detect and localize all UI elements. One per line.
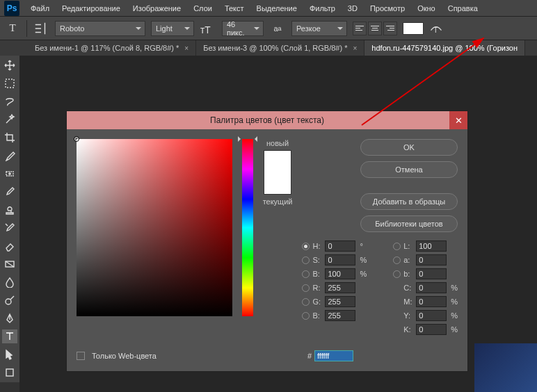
heal-tool-icon[interactable] xyxy=(2,167,17,181)
document-tab[interactable]: hdfon.ru-447579140.jpg @ 100% (Горизон xyxy=(364,40,525,56)
current-color-label: текущий xyxy=(263,197,293,206)
input-b2[interactable] xyxy=(416,268,447,279)
font-size-icon: тТ xyxy=(200,20,216,37)
path-select-tool-icon[interactable] xyxy=(2,348,17,361)
radio-h[interactable] xyxy=(302,243,310,250)
web-only-checkbox[interactable] xyxy=(77,352,85,360)
input-l[interactable] xyxy=(416,240,447,252)
svg-rect-2 xyxy=(6,79,14,88)
lasso-tool-icon[interactable] xyxy=(2,95,17,108)
color-compare[interactable] xyxy=(264,150,291,195)
ok-button[interactable]: OK xyxy=(360,139,458,156)
menu-file[interactable]: Файл xyxy=(25,3,55,14)
menu-text[interactable]: Текст xyxy=(219,3,250,14)
input-r[interactable] xyxy=(325,282,355,293)
wand-tool-icon[interactable] xyxy=(2,113,17,126)
menu-help[interactable]: Справка xyxy=(442,3,483,14)
svg-point-5 xyxy=(6,299,11,304)
input-c[interactable] xyxy=(416,282,447,293)
radio-s[interactable] xyxy=(302,256,310,264)
document-tabs: Без имени-1 @ 117% (Слой 8, RGB/8#) *× Б… xyxy=(0,40,537,56)
hash-label: # xyxy=(307,352,312,360)
antialias-icon: aa xyxy=(269,20,286,37)
tool-preset-icon[interactable]: T xyxy=(4,20,21,37)
align-center-button[interactable] xyxy=(368,22,382,35)
radio-l[interactable] xyxy=(393,243,401,250)
hex-input[interactable] xyxy=(314,350,353,361)
radio-b2[interactable] xyxy=(393,270,401,278)
history-brush-tool-icon[interactable] xyxy=(2,221,17,235)
input-a[interactable] xyxy=(416,254,447,266)
marquee-tool-icon[interactable] xyxy=(2,76,17,90)
menu-window[interactable]: Окно xyxy=(412,3,441,14)
input-b1[interactable] xyxy=(325,268,355,279)
dialog-title[interactable]: Палитра цветов (цвет текста) ✕ xyxy=(67,111,467,129)
document-tab[interactable]: Без имени-1 @ 117% (Слой 8, RGB/8#) *× xyxy=(28,40,196,56)
menu-view[interactable]: Просмотр xyxy=(364,3,410,14)
gradient-tool-icon[interactable] xyxy=(2,257,17,271)
app-logo: Ps xyxy=(4,1,19,16)
input-m[interactable] xyxy=(416,296,447,307)
document-tab[interactable]: Без имени-3 @ 100% (Слой 1, RGB/8#) *× xyxy=(196,40,364,56)
close-icon[interactable]: × xyxy=(184,44,189,52)
font-family-dropdown[interactable]: Roboto xyxy=(55,21,145,36)
text-align-group xyxy=(353,22,397,35)
menu-filter[interactable]: Фильтр xyxy=(304,3,341,14)
menu-image[interactable]: Изображение xyxy=(127,3,186,14)
align-right-button[interactable] xyxy=(383,22,397,35)
add-swatch-button[interactable]: Добавить в образцы xyxy=(360,193,458,210)
close-icon[interactable]: × xyxy=(353,44,358,52)
menu-edit[interactable]: Редактирование xyxy=(56,3,126,14)
antialias-dropdown[interactable]: Резкое xyxy=(291,21,347,36)
input-b3[interactable] xyxy=(325,310,355,321)
radio-a[interactable] xyxy=(393,256,401,264)
close-button[interactable]: ✕ xyxy=(449,111,467,129)
svg-text:тТ: тТ xyxy=(200,24,211,35)
shape-tool-icon[interactable] xyxy=(2,366,17,379)
dodge-tool-icon[interactable] xyxy=(2,293,17,307)
tools-panel xyxy=(0,56,19,382)
radio-g[interactable] xyxy=(302,298,310,306)
hue-slider[interactable] xyxy=(242,139,253,316)
blur-tool-icon[interactable] xyxy=(2,275,17,289)
input-s[interactable] xyxy=(325,254,355,266)
move-tool-icon[interactable] xyxy=(2,58,17,72)
brush-tool-icon[interactable] xyxy=(2,185,17,199)
eyedropper-tool-icon[interactable] xyxy=(2,149,17,163)
cancel-button[interactable]: Отмена xyxy=(360,161,458,178)
text-orientation-icon[interactable] xyxy=(33,20,49,37)
saturation-value-field[interactable] xyxy=(77,139,232,316)
color-libraries-button[interactable]: Библиотеки цветов xyxy=(360,215,458,232)
svg-rect-6 xyxy=(6,369,13,376)
radio-r[interactable] xyxy=(302,284,310,292)
input-g[interactable] xyxy=(325,296,355,307)
svg-text:T: T xyxy=(433,26,438,34)
web-only-label: Только Web-цвета xyxy=(92,352,157,360)
pen-tool-icon[interactable] xyxy=(2,311,17,325)
text-color-swatch[interactable] xyxy=(403,22,424,35)
options-bar: T Roboto Light тТ 46 пикс. aa Резкое T xyxy=(0,17,537,40)
color-picker-dialog: Палитра цветов (цвет текста) ✕ новый тек… xyxy=(67,111,467,371)
font-weight-dropdown[interactable]: Light xyxy=(151,21,194,36)
radio-b1[interactable] xyxy=(302,270,310,278)
input-y[interactable] xyxy=(416,310,447,321)
align-left-button[interactable] xyxy=(353,22,367,35)
eraser-tool-icon[interactable] xyxy=(2,239,17,253)
radio-b3[interactable] xyxy=(302,312,310,320)
font-size-dropdown[interactable]: 46 пикс. xyxy=(222,21,264,36)
input-k[interactable] xyxy=(416,324,447,335)
menu-bar: Ps Файл Редактирование Изображение Слои … xyxy=(0,0,537,17)
warp-text-icon[interactable]: T xyxy=(429,22,443,35)
input-h[interactable] xyxy=(325,240,355,252)
hex-row: # xyxy=(307,350,353,361)
new-color-label: новый xyxy=(266,139,289,147)
crop-tool-icon[interactable] xyxy=(2,131,17,145)
type-tool-icon[interactable] xyxy=(2,329,17,343)
sv-marker[interactable] xyxy=(74,136,79,142)
menu-layers[interactable]: Слои xyxy=(188,3,218,14)
stamp-tool-icon[interactable] xyxy=(2,203,17,217)
document-preview xyxy=(474,343,537,392)
menu-select[interactable]: Выделение xyxy=(251,3,303,14)
menu-3d[interactable]: 3D xyxy=(342,3,363,14)
dialog-title-text: Палитра цветов (цвет текста) xyxy=(210,115,324,125)
